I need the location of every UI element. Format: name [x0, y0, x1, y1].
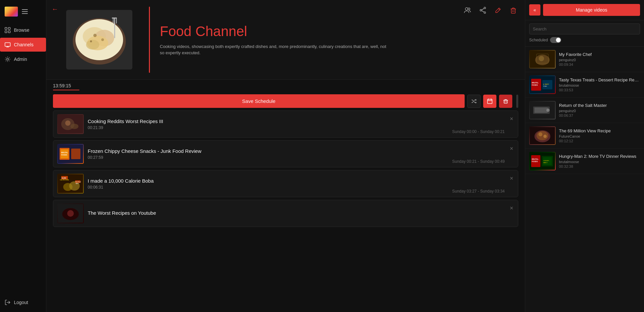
svg-point-25 [484, 7, 486, 9]
schedule-item: The Worst Recipes on Youtube × [53, 200, 518, 227]
svg-text:BRUTAL: BRUTAL [61, 152, 68, 154]
schedule-item: 10,000 CALORIE BOBA Fist Sized Balls I m… [53, 170, 518, 197]
schedule-item-time-range: Sunday 00:21 - Sunday 00:49 [452, 159, 505, 164]
svg-rect-31 [511, 9, 515, 13]
remove-item-button[interactable]: × [508, 203, 515, 213]
hamburger-menu-icon[interactable] [21, 8, 29, 15]
collapse-panel-button[interactable]: « [529, 4, 540, 16]
svg-rect-2 [5, 31, 7, 33]
list-item[interactable]: The 69 Million View Recipe FutureCanoe 0… [525, 123, 644, 149]
svg-point-24 [468, 8, 470, 10]
list-item[interactable]: Return of the Salt Master penguinz0 00:0… [525, 98, 644, 123]
edit-action-button[interactable] [493, 5, 503, 17]
share-action-button[interactable] [478, 5, 488, 17]
list-item[interactable]: BRUTAL FOODS HUNGRY- MAN 2 Hungry-Man 2:… [525, 149, 644, 174]
svg-text:Fist Sized: Fist Sized [75, 181, 81, 183]
schedule-item-duration: 00:06:31 [88, 185, 514, 190]
video-title: Hungry-Man 2: More TV Dinner Reviews [559, 154, 640, 159]
video-channel: brutalmoose [559, 83, 640, 87]
video-list: My Favorite Chef penguinz0 00:09:34 BRUT… [525, 47, 644, 312]
svg-line-30 [498, 9, 500, 10]
schedule-area: 13:59:15 Save Schedule [46, 80, 525, 312]
svg-rect-78 [534, 108, 548, 113]
clear-schedule-button[interactable] [499, 95, 512, 108]
video-channel: FutureCanoe [559, 134, 640, 138]
svg-point-45 [65, 120, 70, 126]
video-info: My Favorite Chef penguinz0 00:09:34 [559, 52, 640, 67]
gear-icon [5, 56, 11, 62]
schedule-controls: Save Schedule [46, 92, 525, 111]
svg-text:MAN 2: MAN 2 [543, 162, 548, 163]
schedule-item: BRUTAL FOODS Frozen Chippy Cheese Snacks… [53, 140, 518, 167]
schedule-item-duration: 00:27:59 [88, 155, 514, 160]
svg-text:BRUTAL: BRUTAL [532, 158, 538, 160]
remove-item-button[interactable]: × [508, 174, 515, 183]
calendar-button[interactable] [483, 95, 496, 108]
sidebar-browse-label: Browse [14, 27, 29, 33]
sidebar-item-channels[interactable]: Channels [0, 38, 46, 52]
users-action-button[interactable] [463, 5, 473, 17]
manage-videos-button[interactable]: Manage videos [543, 4, 640, 16]
channel-image [66, 10, 132, 69]
calendar-icon [487, 98, 493, 104]
scheduled-toggle-switch[interactable] [550, 37, 561, 43]
schedule-item: Cooking Reddits Worst Recipes III 00:21:… [53, 111, 518, 138]
schedule-item-info: Cooking Reddits Worst Recipes III 00:21:… [88, 118, 514, 130]
sidebar-admin-label: Admin [14, 57, 27, 62]
svg-line-28 [482, 9, 484, 10]
channel-description: Cooking videos, showcasing both expertly… [160, 43, 391, 56]
sidebar: Browse Channels Admin Logout [0, 0, 46, 312]
food-plate-image [68, 12, 131, 68]
channel-title: Food Channel [160, 23, 525, 39]
svg-point-46 [70, 124, 78, 129]
timeline-progress-line [53, 90, 79, 90]
svg-line-29 [482, 11, 484, 12]
svg-point-16 [101, 38, 104, 41]
video-thumbnail [529, 101, 556, 119]
sidebar-item-browse[interactable]: Browse [0, 23, 46, 37]
schedule-item-info: I made a 10,000 Calorie Boba 00:06:31 [88, 178, 514, 190]
shuffle-button[interactable] [467, 95, 481, 108]
video-thumbnail: BRUTAL FOODS HUNGRY- MAN 2 [529, 152, 556, 170]
logout-label: Logout [14, 300, 28, 305]
schedule-item-thumbnail: 10,000 CALORIE BOBA Fist Sized Balls [57, 174, 84, 194]
svg-text:TEXAS: TEXAS [543, 86, 547, 87]
schedule-item-title: I made a 10,000 Calorie Boba [88, 178, 514, 184]
list-item[interactable]: BRUTAL FOODS ★ TASTY TEXAS Tasty Texas T… [525, 72, 644, 98]
svg-point-83 [538, 132, 542, 136]
save-schedule-button[interactable]: Save Schedule [53, 94, 465, 108]
timeline-bar: 13:59:15 [46, 80, 525, 92]
logout-icon [5, 299, 11, 305]
trash-icon [510, 7, 517, 14]
video-title: The 69 Million View Recipe [559, 128, 640, 133]
video-duration: 00:32:38 [559, 164, 640, 168]
remove-item-button[interactable]: × [508, 144, 515, 154]
channel-image-container [66, 10, 132, 69]
schedule-item-time-range: Sunday 00:00 - Sunday 00:21 [452, 129, 505, 134]
video-duration: 00:06:37 [559, 113, 640, 117]
svg-point-82 [536, 131, 548, 140]
sidebar-logout[interactable]: Logout [0, 295, 46, 312]
svg-text:FOODS: FOODS [61, 154, 67, 156]
svg-text:FOODS: FOODS [532, 84, 538, 86]
sidebar-item-admin[interactable]: Admin [0, 52, 46, 66]
video-duration: 00:33:53 [559, 88, 640, 92]
svg-rect-4 [5, 43, 10, 46]
video-thumbnail: BRUTAL FOODS ★ TASTY TEXAS [529, 75, 556, 94]
svg-rect-35 [487, 99, 492, 104]
remove-item-button[interactable]: × [508, 114, 515, 124]
video-info: Tasty Texas Treats - Dessert Recipe Revi… [559, 77, 640, 92]
back-button[interactable]: ← [52, 5, 58, 13]
list-item[interactable]: My Favorite Chef penguinz0 00:09:34 [525, 47, 644, 72]
channel-actions [463, 5, 518, 17]
svg-text:10,000: 10,000 [62, 177, 66, 179]
video-info: Hungry-Man 2: More TV Dinner Reviews bru… [559, 154, 640, 168]
svg-text:HUNGRY-: HUNGRY- [543, 160, 550, 161]
delete-action-button[interactable] [508, 5, 518, 17]
svg-text:BRUTAL: BRUTAL [532, 82, 538, 84]
pencil-icon [494, 7, 502, 14]
search-input[interactable] [529, 23, 640, 34]
video-channel: penguinz0 [559, 109, 640, 113]
video-channel: brutalmoose [559, 160, 640, 164]
svg-text:★ TASTY: ★ TASTY [543, 83, 549, 85]
